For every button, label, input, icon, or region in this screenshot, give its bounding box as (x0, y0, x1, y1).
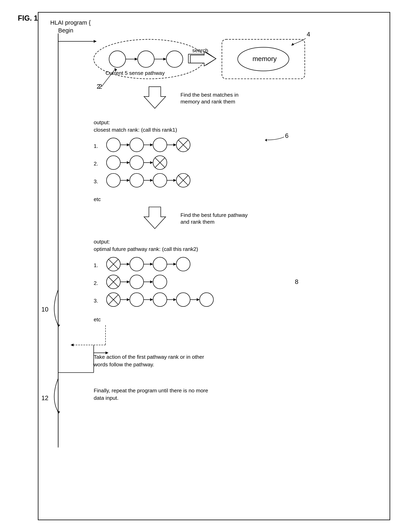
title-line1: HLAI program { (50, 19, 91, 26)
sense-pathway-label: Current 5 sense pathway (105, 70, 165, 76)
r2-c2 (130, 156, 144, 169)
label6-arrowhead (265, 139, 267, 141)
rr3-ah2 (150, 298, 153, 301)
label6-arrow (267, 137, 284, 140)
rr3-ah3 (173, 298, 176, 301)
action-line1: Take action of the first pathway rank or… (94, 354, 204, 360)
down-arrow-1 (144, 87, 166, 108)
r1-c1 (107, 138, 120, 152)
fig-label: FIG. 1 (18, 14, 38, 22)
outline-arrow-search (190, 51, 216, 66)
label12-curve-head (58, 411, 60, 414)
rank1-row2-num: 2. (94, 161, 98, 167)
rr3-c1 (130, 293, 144, 307)
finally-line2: data input. (94, 395, 119, 401)
output2-line1: output: (94, 239, 110, 244)
rank2-row1-num: 1. (94, 262, 98, 268)
rr3-c2 (153, 293, 167, 307)
r1-c3 (153, 138, 167, 152)
r2-c1 (107, 156, 120, 169)
feedback-curve-head (58, 324, 60, 327)
rr1-ah3 (173, 263, 176, 266)
pathway-arrowhead-2 (163, 58, 166, 60)
memory-text: memory (252, 55, 277, 62)
r3-ah1 (127, 179, 130, 182)
title-line2: Begin (58, 27, 74, 33)
rr1-c1 (130, 257, 144, 271)
r3-ah2 (150, 179, 153, 182)
rr3-ah4 (196, 298, 200, 301)
rr2-c1 (130, 275, 144, 289)
svg-marker-2 (144, 207, 166, 228)
svg-marker-1 (144, 87, 166, 108)
rr2-ah1 (127, 280, 130, 283)
r1-ah1 (127, 143, 130, 146)
rr3-c4 (200, 293, 213, 307)
rr1-ah2 (150, 263, 153, 266)
pathway-circle-1 (109, 51, 126, 67)
feedback-arrowhead (71, 343, 74, 346)
rr1-c3 (176, 257, 190, 271)
r1-ah3 (173, 143, 176, 146)
label-10: 10 (42, 306, 48, 313)
rank1-row1-num: 1. (94, 143, 98, 149)
r3-c1 (107, 173, 120, 187)
label4-arrowhead (291, 43, 294, 46)
label12-curve (54, 378, 58, 412)
find-future-2: and rank them (180, 219, 214, 225)
rank2-row2-num: 2. (94, 280, 98, 286)
rr2-c2 (153, 275, 167, 289)
label-6: 6 (285, 132, 289, 139)
find-future-1: Find the best future pathway (180, 212, 248, 218)
label-4: 4 (307, 31, 310, 38)
r3-c3 (153, 173, 167, 187)
svg-marker-0 (190, 51, 216, 66)
pathway-circle-3 (166, 51, 183, 67)
r3-ah3 (173, 179, 176, 182)
finally-line1: Finally, repeat the program until there … (94, 387, 208, 393)
label-8: 8 (295, 278, 298, 285)
down-arrow-2 (144, 207, 166, 228)
r3-c2 (130, 173, 144, 187)
etc2: etc (94, 316, 101, 322)
output2-line2: optimal future pathway rank: (call this … (94, 246, 198, 252)
rr3-c3 (176, 293, 190, 307)
main-border: HLAI program { Begin Current 5 (38, 12, 390, 520)
r1-c2 (130, 138, 144, 152)
r2-ah2 (150, 161, 153, 164)
output1-line1: output: (94, 119, 110, 125)
rr3-ah1 (127, 298, 130, 301)
rr1-c2 (153, 257, 167, 271)
top-arrow-head (94, 40, 97, 43)
find-matches-1: Find the best matches in (180, 92, 238, 98)
pathway-arrowhead-1 (135, 58, 138, 60)
page: FIG. 1 HLAI program { Begin (14, 8, 394, 524)
etc1: etc (94, 196, 101, 202)
feedback-curve (54, 290, 58, 325)
rank1-row3-num: 3. (94, 178, 98, 184)
rr2-ah2 (150, 280, 153, 283)
output1-line2: closest match rank: (call this rank1) (94, 127, 177, 133)
action-line2: words follow the pathway. (94, 361, 154, 367)
r2-ah1 (127, 161, 130, 164)
rank2-row3-num: 3. (94, 298, 98, 304)
pathway-circle-2 (138, 51, 154, 67)
label-2-text: 2 (99, 83, 102, 90)
rr1-ah1 (127, 263, 130, 266)
r1-ah2 (150, 143, 153, 146)
find-matches-2: memory and rank them (180, 99, 235, 105)
label-12: 12 (42, 394, 48, 402)
